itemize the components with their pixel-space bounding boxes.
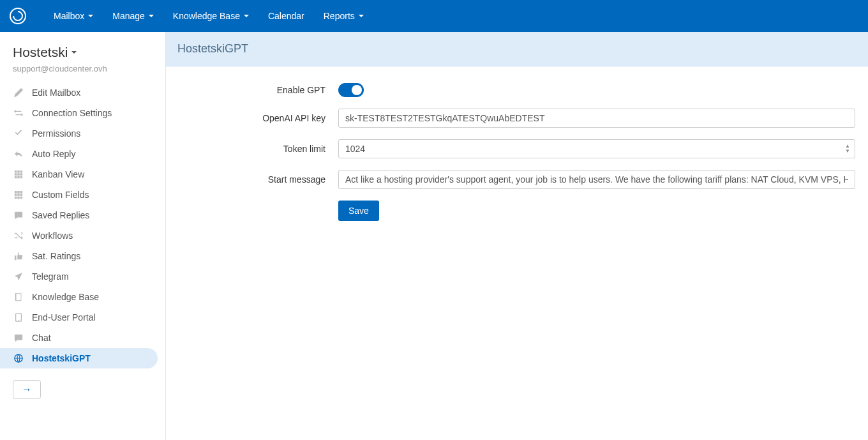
book-icon — [13, 292, 24, 301]
sidebar-item-label: Workflows — [32, 231, 73, 241]
nav-reports[interactable]: Reports — [314, 0, 373, 32]
nav-label: Calendar — [268, 11, 304, 21]
sidebar-item-label: Permissions — [32, 128, 80, 139]
top-navbar: Mailbox Manage Knowledge Base Calendar R… — [0, 0, 868, 32]
nav-label: Manage — [112, 11, 145, 21]
sidebar-item-label: HostetskiGPT — [32, 353, 91, 363]
caret-down-icon — [359, 15, 364, 17]
sidebar-item-label: Kanban View — [32, 169, 84, 179]
sidebar-item-chat[interactable]: Chat — [0, 328, 165, 348]
enable-gpt-label: Enable GPT — [179, 85, 338, 95]
mailbox-name: Hostetski — [13, 45, 68, 60]
sidebar-item-end-user-portal[interactable]: End-User Portal — [0, 307, 165, 328]
nav-label: Knowledge Base — [173, 11, 240, 21]
caret-down-icon — [244, 15, 249, 17]
grid-icon — [13, 170, 24, 179]
sidebar-menu: Edit MailboxConnection SettingsPermissio… — [0, 82, 165, 368]
main-content: HostetskiGPT Enable GPT OpenAI API key T… — [166, 32, 868, 440]
grid-icon — [13, 190, 24, 199]
arrows-h-icon — [13, 109, 24, 118]
tablet-icon — [13, 313, 24, 322]
paper-plane-icon — [13, 272, 24, 281]
sidebar-item-label: End-User Portal — [32, 312, 96, 322]
arrow-right-icon: → — [22, 384, 32, 395]
sidebar-item-saved-replies[interactable]: Saved Replies — [0, 205, 165, 225]
forward-button[interactable]: → — [13, 380, 41, 399]
start-message-input[interactable] — [338, 170, 855, 189]
shuffle-icon — [13, 231, 24, 240]
sidebar-item-label: Saved Replies — [32, 210, 89, 220]
sidebar-item-connection-settings[interactable]: Connection Settings — [0, 103, 165, 123]
mailbox-email: support@cloudcenter.ovh — [0, 60, 165, 82]
start-message-label: Start message — [179, 174, 338, 185]
nav-mailbox[interactable]: Mailbox — [44, 0, 103, 32]
pencil-icon — [13, 88, 24, 97]
sidebar-item-workflows[interactable]: Workflows — [0, 225, 165, 246]
check-icon — [13, 129, 24, 138]
sidebar-item-label: Connection Settings — [32, 108, 112, 118]
sidebar-item-label: Telegram — [32, 271, 69, 282]
nav-label: Reports — [324, 11, 355, 21]
sidebar-item-auto-reply[interactable]: Auto Reply — [0, 144, 165, 164]
sidebar-item-telegram[interactable]: Telegram — [0, 266, 165, 287]
sidebar-item-label: Chat — [32, 333, 51, 343]
nav-calendar[interactable]: Calendar — [258, 0, 314, 32]
comment-icon — [13, 211, 24, 220]
sidebar-item-sat-ratings[interactable]: Sat. Ratings — [0, 246, 165, 266]
globe-icon — [13, 354, 24, 363]
api-key-input[interactable] — [338, 109, 855, 128]
save-button[interactable]: Save — [338, 201, 379, 221]
app-logo-icon[interactable] — [10, 8, 26, 24]
sidebar-item-permissions[interactable]: Permissions — [0, 123, 165, 144]
sidebar-item-hostetskigpt[interactable]: HostetskiGPT — [0, 348, 158, 368]
enable-gpt-toggle[interactable] — [338, 83, 364, 97]
caret-down-icon — [71, 51, 77, 54]
comment-icon — [13, 333, 24, 342]
toggle-knob-icon — [352, 85, 362, 95]
token-limit-label: Token limit — [179, 144, 338, 154]
reply-icon — [13, 149, 24, 158]
sidebar-item-knowledge-base[interactable]: Knowledge Base — [0, 287, 165, 307]
token-limit-input[interactable] — [338, 139, 855, 158]
nav-label: Mailbox — [54, 11, 84, 21]
sidebar: Hostetski support@cloudcenter.ovh Edit M… — [0, 32, 166, 440]
sidebar-item-label: Sat. Ratings — [32, 251, 80, 261]
nav-knowledge-base[interactable]: Knowledge Base — [163, 0, 258, 32]
caret-down-icon — [88, 15, 93, 17]
settings-form: Enable GPT OpenAI API key Token limit — [166, 66, 868, 245]
svg-point-1 — [18, 320, 19, 321]
thumbs-up-icon — [13, 252, 24, 261]
mailbox-selector[interactable]: Hostetski — [0, 42, 165, 60]
nav-manage[interactable]: Manage — [103, 0, 163, 32]
sidebar-item-edit-mailbox[interactable]: Edit Mailbox — [0, 82, 165, 103]
sidebar-item-kanban-view[interactable]: Kanban View — [0, 164, 165, 185]
sidebar-item-label: Edit Mailbox — [32, 87, 80, 98]
api-key-label: OpenAI API key — [179, 113, 338, 123]
sidebar-item-label: Custom Fields — [32, 190, 89, 200]
caret-down-icon — [149, 15, 154, 17]
page-title: HostetskiGPT — [166, 32, 868, 66]
sidebar-item-custom-fields[interactable]: Custom Fields — [0, 185, 165, 205]
sidebar-item-label: Knowledge Base — [32, 292, 99, 302]
sidebar-item-label: Auto Reply — [32, 149, 75, 159]
